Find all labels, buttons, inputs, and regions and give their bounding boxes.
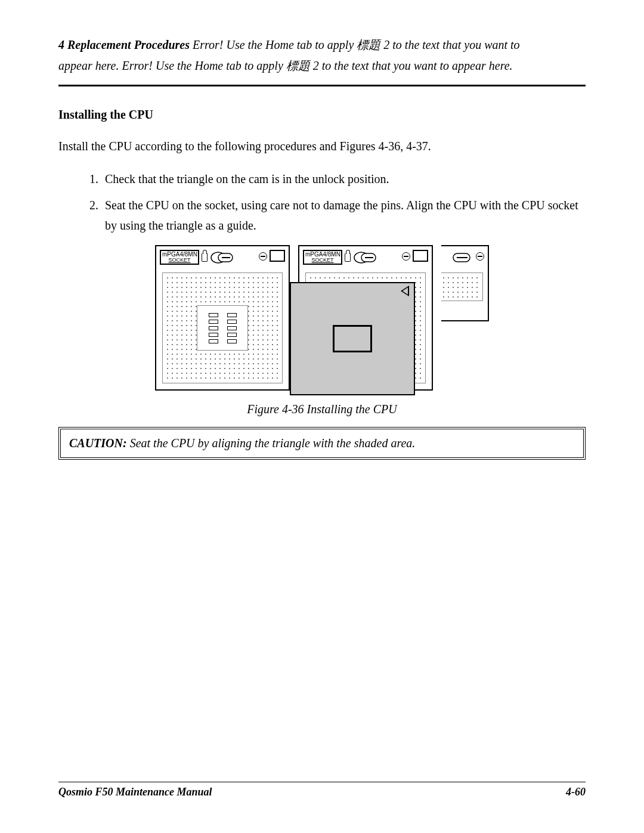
step-1: Check that the triangle on the cam is in… <box>101 169 586 189</box>
socket-label: mPGA4/8MN SOCKET <box>303 250 342 265</box>
cpu-chip <box>290 282 415 395</box>
corner-box-icon <box>413 250 428 262</box>
footer-manual-title: Qosmio F50 Maintenance Manual <box>58 786 212 798</box>
header-error-2: appear here. Error! Use the Home tab to … <box>58 59 513 72</box>
socket-label: mPGA4/8MN SOCKET <box>160 250 199 265</box>
page-footer: Qosmio F50 Maintenance Manual 4-60 <box>58 782 586 798</box>
cam-slot-icon <box>210 251 236 264</box>
chapter-lead: 4 Replacement Procedures <box>58 38 190 51</box>
cpu-die <box>333 325 372 352</box>
screw-icon <box>476 252 484 261</box>
step-2: Seat the CPU on the socket, using care n… <box>101 195 586 236</box>
cam-slot-icon <box>452 251 473 264</box>
intro-paragraph: Install the CPU according to the followi… <box>58 138 586 154</box>
cam-slot-icon <box>353 251 379 264</box>
socket-label-line2: SOCKET <box>305 258 340 263</box>
header-rule <box>58 85 586 86</box>
cpu-socket-empty-diagram: mPGA4/8MN SOCKET <box>155 245 290 391</box>
caution-box: CAUTION: Seat the CPU by aligning the tr… <box>58 427 586 460</box>
alignment-triangle-icon <box>401 286 409 296</box>
lock-icon <box>202 253 208 262</box>
screw-icon <box>402 252 410 261</box>
page-header: 4 Replacement Procedures Error! Use the … <box>58 35 586 76</box>
footer-rule <box>58 782 586 782</box>
step-list: Check that the triangle on the cam is in… <box>58 169 586 236</box>
corner-box-icon <box>270 250 285 262</box>
caution-text: Seat the CPU by aligning the triangle wi… <box>127 436 416 450</box>
pin-grid <box>162 272 283 383</box>
caution-label: CAUTION: <box>69 436 127 450</box>
lock-icon <box>345 253 351 262</box>
header-error-1: Error! Use the Home tab to apply 標題 2 to… <box>190 38 520 51</box>
figure-4-36: mPGA4/8MN SOCKET <box>58 245 586 416</box>
socket-center-pads <box>197 305 248 351</box>
cpu-socket-seated-diagram: mPGA4/8MN SOCKET <box>298 245 433 391</box>
socket-label-line2: SOCKET <box>162 258 197 263</box>
footer-page-number: 4-60 <box>566 786 586 798</box>
section-heading: Installing the CPU <box>58 108 586 122</box>
figure-caption: Figure 4-36 Installing the CPU <box>58 402 586 416</box>
pin-grid <box>441 272 483 301</box>
screw-icon <box>259 252 267 261</box>
cpu-socket-partial-diagram <box>441 245 489 321</box>
